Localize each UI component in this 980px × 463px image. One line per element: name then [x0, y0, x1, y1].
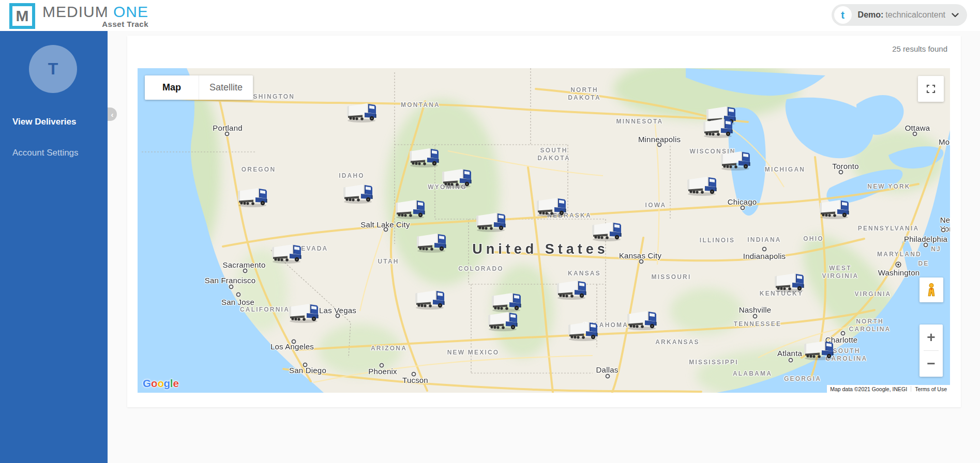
truck-marker-21[interactable]: [487, 310, 520, 332]
truck-marker-24[interactable]: [288, 302, 321, 323]
truck-icon: [441, 167, 474, 189]
truck-icon: [395, 198, 428, 220]
sidebar-item-view-deliveries[interactable]: View Deliveries: [12, 117, 77, 127]
truck-icon: [487, 310, 520, 332]
truck-icon: [536, 196, 569, 218]
truck-icon: [819, 198, 852, 220]
truck-icon: [342, 182, 375, 204]
truck-icon: [475, 211, 508, 233]
chevron-down-icon: [952, 13, 959, 18]
truck-icon: [626, 309, 659, 331]
zoom-control: + −: [919, 325, 943, 377]
truck-icon: [414, 288, 447, 310]
sidebar-collapse-button[interactable]: ‹: [108, 107, 117, 121]
terms-of-use-link[interactable]: Terms of Use: [915, 386, 947, 392]
fullscreen-icon: [926, 84, 936, 94]
truck-icon: [702, 117, 735, 138]
truck-marker-19[interactable]: [414, 288, 447, 310]
user-label-demo: Demo:: [858, 10, 884, 19]
truck-marker-12[interactable]: [819, 198, 852, 220]
brand-text: MEDIUM ONE Asset Track: [42, 3, 148, 29]
truck-marker-13[interactable]: [475, 211, 508, 233]
truck-icon: [591, 220, 624, 242]
truck-icon: [271, 242, 304, 264]
brand-name: MEDIUM ONE: [42, 3, 148, 21]
truck-icon: [567, 320, 600, 342]
brand-name-primary: MEDIUM: [42, 3, 109, 20]
truck-marker-15[interactable]: [416, 232, 449, 253]
truck-icon: [346, 101, 379, 123]
truck-marker-10[interactable]: [395, 198, 428, 220]
truck-marker-6[interactable]: [720, 149, 753, 171]
truck-marker-25[interactable]: [803, 339, 836, 361]
attribution-divider: [911, 386, 911, 392]
zoom-out-button[interactable]: −: [919, 351, 943, 377]
truck-marker-9[interactable]: [237, 186, 270, 208]
sidebar-avatar: T: [29, 45, 77, 93]
pegman-icon: [924, 282, 939, 298]
truck-marker-5[interactable]: [441, 167, 474, 189]
truck-marker-11[interactable]: [536, 196, 569, 218]
truck-icon: [774, 271, 807, 293]
truck-icon: [288, 302, 321, 323]
content-card: 25 results found: [127, 36, 961, 407]
fullscreen-button[interactable]: [918, 76, 944, 102]
street-view-pegman-button[interactable]: [919, 277, 943, 302]
truck-icon: [720, 149, 753, 171]
truck-marker-20[interactable]: [491, 291, 524, 313]
app-window: M MEDIUM ONE Asset Track t Demo:technica…: [0, 0, 980, 463]
brand-name-accent: ONE: [113, 3, 148, 20]
truck-marker-3[interactable]: [702, 117, 735, 138]
truck-marker-8[interactable]: [686, 175, 719, 196]
map-canvas[interactable]: Map Satellite + − Google: [138, 68, 950, 393]
brand-subtitle: Asset Track: [42, 20, 148, 28]
user-label-account: technicalcontent: [885, 10, 945, 19]
truck-icon: [803, 339, 836, 361]
truck-icon: [237, 186, 270, 208]
sidebar-item-account-settings[interactable]: Account Settings: [12, 148, 79, 158]
sidebar: T View Deliveries Account Settings: [0, 31, 108, 463]
truck-marker-18[interactable]: [556, 279, 589, 300]
truck-marker-17[interactable]: [774, 271, 807, 293]
map-data-credit: Map data ©2021 Google, INEGI: [830, 386, 907, 392]
map-attribution: Map data ©2021 Google, INEGI Terms of Us…: [827, 385, 950, 393]
zoom-in-button[interactable]: +: [919, 325, 943, 350]
truck-icon: [491, 291, 524, 313]
brand-logo: M MEDIUM ONE Asset Track: [9, 3, 148, 29]
truck-icon: [409, 146, 442, 168]
top-header: M MEDIUM ONE Asset Track t Demo:technica…: [0, 0, 980, 31]
truck-icon: [686, 175, 719, 196]
truck-icon: [556, 279, 589, 300]
truck-marker-7[interactable]: [342, 182, 375, 204]
user-avatar: t: [834, 6, 852, 24]
map-type-satellite-button[interactable]: Satellite: [199, 75, 253, 100]
map-type-control: Map Satellite: [145, 75, 253, 100]
truck-marker-1[interactable]: [346, 101, 379, 123]
results-count: 25 results found: [892, 44, 947, 53]
truck-marker-14[interactable]: [591, 220, 624, 242]
truck-marker-22[interactable]: [626, 309, 659, 331]
map-type-map-button[interactable]: Map: [145, 75, 199, 100]
truck-marker-4[interactable]: [409, 146, 442, 168]
user-menu-button[interactable]: t Demo:technicalcontent: [832, 4, 967, 26]
user-label: Demo:technicalcontent: [858, 10, 945, 20]
truck-marker-23[interactable]: [567, 320, 600, 342]
truck-icon: [416, 232, 449, 253]
truck-marker-16[interactable]: [271, 242, 304, 264]
brand-logo-icon: M: [9, 3, 35, 29]
